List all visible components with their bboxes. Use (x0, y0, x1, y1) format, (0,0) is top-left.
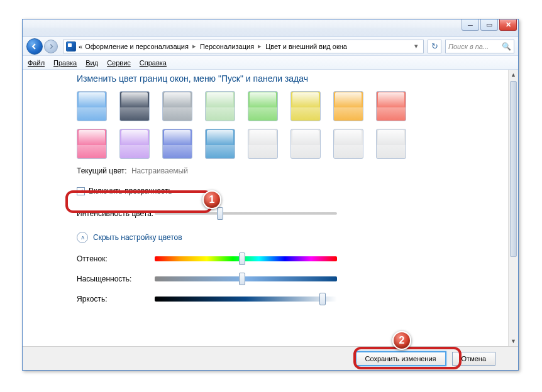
current-color-value: Настраиваемый (131, 166, 188, 175)
navbar: « Оформление и персонализация ▸ Персонал… (23, 37, 518, 56)
hue-slider[interactable] (155, 256, 337, 261)
brightness-slider[interactable] (155, 297, 337, 302)
cancel-button[interactable]: Отмена (452, 352, 495, 366)
menu-help[interactable]: Справка (140, 59, 167, 67)
main-panel: Изменить цвет границ окон, меню "Пуск" и… (23, 70, 508, 346)
chevron-up-icon: ʌ (77, 232, 88, 243)
control-panel-icon (66, 41, 76, 52)
mixer-toggle[interactable]: ʌ Скрыть настройку цветов (77, 232, 508, 243)
maximize-button[interactable]: ▭ (480, 19, 498, 31)
current-color-label: Текущий цвет: (77, 166, 127, 175)
chevron-right-icon: ▸ (258, 42, 262, 50)
intensity-slider[interactable] (155, 212, 337, 215)
slider-thumb[interactable] (239, 273, 245, 285)
save-button-label: Сохранить изменения (365, 355, 436, 362)
saturation-slider[interactable] (155, 276, 337, 281)
color-swatch[interactable] (162, 91, 192, 121)
color-swatch[interactable] (333, 129, 363, 159)
window-controls: ─ ▭ ✕ (462, 19, 517, 31)
color-swatch[interactable] (205, 91, 235, 121)
breadcrumb-seg[interactable]: Персонализация (200, 43, 254, 50)
brightness-row: Яркость: (77, 295, 508, 303)
nav-back-button[interactable] (26, 38, 43, 55)
breadcrumb-seg[interactable]: Цвет и внешний вид окна (265, 43, 347, 50)
intensity-row: Интенсивность цвета: (77, 209, 508, 218)
close-button[interactable]: ✕ (499, 19, 517, 31)
brightness-label: Яркость: (77, 295, 155, 303)
scroll-arrow-up-icon[interactable]: ▲ (509, 70, 518, 80)
color-swatch[interactable] (290, 129, 321, 159)
refresh-icon: ↻ (431, 41, 438, 51)
color-swatch-row (77, 91, 508, 121)
transparency-row: ✓ Включить прозрачность (77, 184, 508, 198)
color-swatch[interactable] (376, 129, 406, 159)
hue-row: Оттенок: (77, 254, 508, 263)
search-input[interactable]: Поиск в па... 🔍 (445, 40, 514, 53)
menu-view[interactable]: Вид (86, 59, 98, 67)
color-swatch[interactable] (162, 129, 192, 159)
window: ─ ▭ ✕ « Оформление и персонализация ▸ Пе… (22, 19, 519, 371)
footer: Сохранить изменения Отмена (23, 346, 518, 370)
cancel-button-label: Отмена (462, 355, 486, 362)
color-swatch[interactable] (248, 129, 278, 159)
nav-forward-button[interactable] (44, 40, 58, 53)
transparency-checkbox[interactable]: ✓ (77, 187, 85, 195)
chevron-right-icon: ▸ (192, 42, 196, 50)
color-swatch[interactable] (119, 91, 150, 121)
color-swatch[interactable] (376, 91, 406, 121)
scroll-arrow-down-icon[interactable]: ▼ (509, 336, 518, 346)
color-swatch[interactable] (77, 129, 107, 159)
transparency-label[interactable]: Включить прозрачность (89, 187, 172, 195)
saturation-row: Насыщенность: (77, 275, 508, 283)
hue-label: Оттенок: (77, 254, 155, 263)
color-swatch[interactable] (77, 91, 107, 121)
breadcrumb-dropdown[interactable]: ▾ (412, 42, 421, 50)
menu-tools[interactable]: Сервис (107, 59, 131, 67)
menubar: Файл Правка Вид Сервис Справка (23, 56, 518, 70)
slider-thumb[interactable] (217, 207, 223, 220)
scrollbar-vertical[interactable]: ▲ ▼ (508, 70, 518, 346)
refresh-button[interactable]: ↻ (428, 40, 441, 53)
annotation-badge: 1 (202, 190, 221, 209)
arrow-right-icon (48, 43, 54, 50)
breadcrumb-seg[interactable]: Оформление и персонализация (85, 43, 189, 50)
titlebar: ─ ▭ ✕ (23, 19, 518, 37)
menu-file[interactable]: Файл (28, 59, 45, 67)
minimize-button[interactable]: ─ (462, 19, 479, 31)
breadcrumb-prefix: « (79, 43, 82, 50)
slider-thumb[interactable] (239, 253, 245, 265)
current-color-row: Текущий цвет: Настраиваемый (77, 166, 508, 175)
color-swatch-row (77, 129, 508, 159)
intensity-label: Интенсивность цвета: (77, 209, 155, 218)
search-placeholder: Поиск в па... (448, 43, 489, 50)
arrow-left-icon (31, 43, 38, 50)
scrollbar-thumb[interactable] (510, 81, 517, 257)
annotation-badge: 2 (392, 331, 411, 350)
page-title: Изменить цвет границ окон, меню "Пуск" и… (77, 74, 508, 84)
search-icon: 🔍 (502, 42, 511, 51)
menu-edit[interactable]: Правка (53, 59, 77, 67)
mixer-toggle-label: Скрыть настройку цветов (93, 233, 182, 242)
content-area: ▲ ▼ Изменить цвет границ окон, меню "Пус… (23, 70, 518, 346)
color-swatch[interactable] (333, 91, 363, 121)
color-swatch[interactable] (119, 129, 150, 159)
color-swatch[interactable] (290, 91, 321, 121)
breadcrumb[interactable]: « Оформление и персонализация ▸ Персонал… (63, 40, 424, 53)
saturation-label: Насыщенность: (77, 275, 155, 283)
save-button[interactable]: Сохранить изменения (356, 352, 446, 366)
color-swatch[interactable] (248, 91, 278, 121)
color-swatch[interactable] (205, 129, 235, 159)
slider-thumb[interactable] (319, 293, 326, 305)
